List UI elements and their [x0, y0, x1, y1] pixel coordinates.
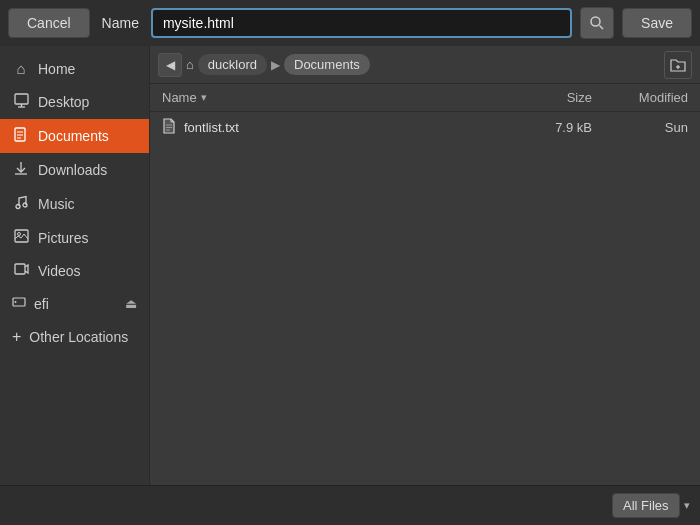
sidebar-item-documents-label: Documents: [38, 128, 109, 144]
sidebar-item-downloads-label: Downloads: [38, 162, 107, 178]
svg-rect-15: [15, 264, 25, 274]
sidebar-item-home[interactable]: ⌂ Home: [0, 52, 149, 85]
sidebar-item-desktop-label: Desktop: [38, 94, 89, 110]
svg-point-11: [16, 205, 20, 209]
sidebar-item-music-label: Music: [38, 196, 75, 212]
sidebar: ⌂ Home Desktop Docume: [0, 46, 150, 485]
svg-point-17: [15, 301, 17, 303]
file-list: fontlist.txt 7.9 kB Sun: [150, 112, 700, 485]
cancel-button[interactable]: Cancel: [8, 8, 90, 38]
sidebar-item-videos[interactable]: Videos: [0, 254, 149, 287]
search-icon: [589, 15, 605, 31]
sidebar-item-videos-label: Videos: [38, 263, 81, 279]
breadcrumb-ducklord[interactable]: ducklord: [198, 54, 267, 75]
search-button[interactable]: [580, 7, 614, 39]
sidebar-item-desktop[interactable]: Desktop: [0, 85, 149, 119]
file-name: fontlist.txt: [184, 120, 528, 135]
sidebar-item-documents[interactable]: Documents: [0, 119, 149, 153]
filter-dropdown-icon: ▾: [684, 499, 690, 512]
downloads-icon: [12, 161, 30, 179]
documents-icon: [12, 127, 30, 145]
file-pane: ◀ ⌂ ducklord ▶ Documents Name ▾ Size: [150, 46, 700, 485]
breadcrumb-bar: ◀ ⌂ ducklord ▶ Documents: [150, 46, 700, 84]
table-row[interactable]: fontlist.txt 7.9 kB Sun: [150, 112, 700, 143]
filter-select[interactable]: All Files: [612, 493, 680, 518]
eject-icon: ⏏: [125, 296, 137, 311]
column-headers: Name ▾ Size Modified: [150, 84, 700, 112]
efi-label: efi: [34, 296, 117, 312]
file-icon: [162, 118, 176, 137]
svg-point-14: [17, 233, 20, 236]
sidebar-item-music[interactable]: Music: [0, 187, 149, 221]
sidebar-item-home-label: Home: [38, 61, 75, 77]
col-modified-header[interactable]: Modified: [608, 90, 688, 105]
pictures-icon: [12, 229, 30, 246]
new-folder-icon: [669, 56, 687, 74]
name-label: Name: [102, 15, 139, 31]
sidebar-item-downloads[interactable]: Downloads: [0, 153, 149, 187]
videos-icon: [12, 262, 30, 279]
filename-input[interactable]: [151, 8, 572, 38]
svg-point-12: [23, 203, 27, 207]
home-icon: ⌂: [12, 60, 30, 77]
save-button[interactable]: Save: [622, 8, 692, 38]
efi-drive-icon: [12, 295, 26, 312]
bottom-bar: All Files ▾: [0, 485, 700, 525]
back-button[interactable]: ◀: [158, 53, 182, 77]
desktop-icon: [12, 93, 30, 111]
sidebar-item-pictures[interactable]: Pictures: [0, 221, 149, 254]
home-breadcrumb-icon: ⌂: [186, 57, 194, 72]
col-size-label: Size: [567, 90, 592, 105]
col-name-header[interactable]: Name ▾: [162, 90, 528, 105]
sidebar-item-other-locations[interactable]: + Other Locations: [0, 320, 149, 354]
music-icon: [12, 195, 30, 213]
col-modified-label: Modified: [639, 90, 688, 105]
col-size-header[interactable]: Size: [528, 90, 608, 105]
svg-line-1: [600, 26, 604, 30]
sidebar-item-efi[interactable]: efi ⏏: [0, 287, 149, 320]
main-layout: ⌂ Home Desktop Docume: [0, 46, 700, 485]
file-modified: Sun: [608, 120, 688, 135]
breadcrumb-separator: ▶: [271, 58, 280, 72]
titlebar: Cancel Name Save: [0, 0, 700, 46]
svg-rect-2: [15, 94, 28, 104]
back-icon: ◀: [166, 58, 175, 72]
col-name-label: Name: [162, 90, 197, 105]
breadcrumb-documents[interactable]: Documents: [284, 54, 370, 75]
other-locations-label: Other Locations: [29, 329, 128, 345]
file-size: 7.9 kB: [528, 120, 608, 135]
new-folder-button[interactable]: [664, 51, 692, 79]
sidebar-item-pictures-label: Pictures: [38, 230, 89, 246]
svg-point-0: [591, 17, 600, 26]
sort-icon: ▾: [201, 91, 207, 104]
plus-icon: +: [12, 328, 21, 346]
